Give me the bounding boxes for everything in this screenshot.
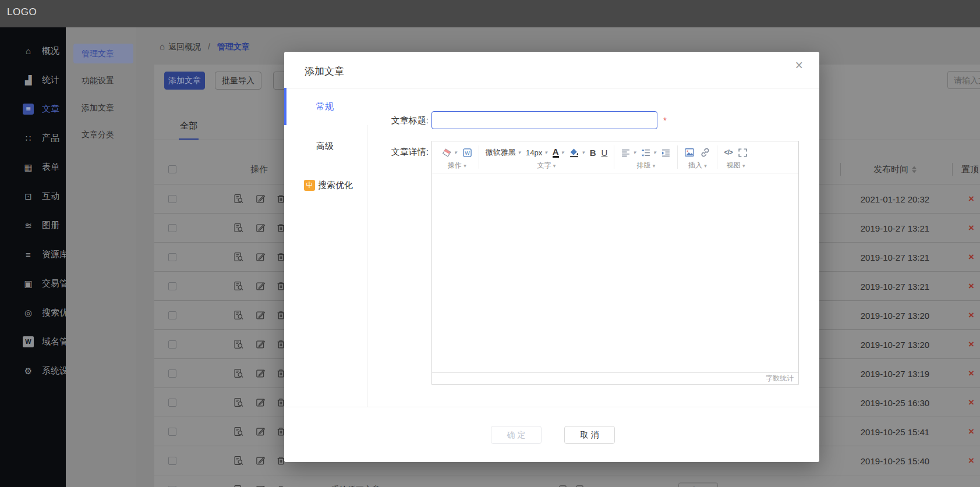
confirm-button[interactable]: 确 定	[491, 426, 542, 444]
not-pinned-icon[interactable]: ×	[968, 193, 980, 205]
format-eraser-icon[interactable]	[442, 148, 452, 158]
sidebar-item-统计[interactable]: ▟统计	[0, 65, 66, 94]
row-checkbox[interactable]	[168, 428, 176, 436]
modal-tab-advanced[interactable]: 高级	[286, 130, 367, 162]
sidebar-item-资源库[interactable]: ≡资源库	[0, 240, 66, 269]
modal-tab-seo[interactable]: 中搜索优化	[286, 166, 367, 204]
font-family-select[interactable]: 微软雅黑	[486, 147, 516, 158]
caret-down-icon[interactable]: ▾	[518, 150, 521, 155]
view-article-icon[interactable]	[233, 281, 244, 292]
not-pinned-icon[interactable]: ×	[968, 222, 980, 234]
add-article-button[interactable]: 添加文章	[164, 72, 205, 90]
toolbar-label-text[interactable]: 文字 ▾	[486, 161, 608, 170]
sort-carets-icon[interactable]	[912, 166, 917, 173]
sidebar-item-搜索优化[interactable]: ◎搜索优化	[0, 298, 66, 327]
row-checkbox[interactable]	[168, 195, 176, 203]
toolbar-label-operation[interactable]: 操作 ▾	[442, 161, 472, 170]
not-pinned-icon[interactable]: ×	[968, 368, 980, 379]
sidebar-item-文章[interactable]: ≣文章	[0, 94, 66, 123]
word-count-label[interactable]: 字数统计	[766, 374, 794, 382]
tag-icon[interactable]	[558, 485, 569, 487]
close-icon[interactable]: ×	[795, 59, 803, 72]
font-color-button[interactable]: A	[553, 147, 559, 158]
column-header-publish-time[interactable]: 发布时间	[848, 164, 942, 175]
row-checkbox[interactable]	[168, 282, 176, 290]
submenu-item-添加文章[interactable]: 添加文章	[73, 98, 133, 118]
toolbar-label-view[interactable]: 视图 ▾	[724, 161, 747, 170]
row-checkbox[interactable]	[168, 340, 176, 349]
cancel-button[interactable]: 取 消	[564, 426, 615, 444]
sidebar-item-概况[interactable]: ⌂概况	[0, 36, 66, 65]
row-checkbox[interactable]	[168, 399, 176, 407]
row-checkbox[interactable]	[168, 457, 176, 465]
sidebar-item-互动[interactable]: ⊡互动	[0, 182, 66, 211]
article-title-input[interactable]	[431, 111, 657, 129]
view-article-icon[interactable]	[233, 426, 244, 437]
caret-down-icon[interactable]: ▾	[653, 150, 656, 155]
sidebar-item-表单[interactable]: ▦表单	[0, 152, 66, 182]
article-title[interactable]: 手绘插画文章	[331, 485, 380, 487]
edit-article-icon[interactable]	[256, 223, 266, 233]
caret-down-icon[interactable]: ▾	[582, 150, 585, 155]
not-pinned-icon[interactable]: ×	[968, 310, 980, 321]
edit-article-icon[interactable]	[256, 397, 266, 408]
insert-link-icon[interactable]	[700, 147, 710, 158]
caret-down-icon[interactable]: ▾	[561, 150, 564, 155]
not-pinned-icon[interactable]: ×	[968, 455, 980, 467]
view-article-icon[interactable]	[233, 252, 244, 262]
sidebar-item-交易管理[interactable]: ▣交易管理	[0, 269, 66, 298]
breadcrumb-back-link[interactable]: 返回概况	[168, 42, 201, 51]
edit-article-icon[interactable]	[256, 368, 266, 379]
insert-image-icon[interactable]	[684, 147, 695, 158]
view-article-icon[interactable]	[233, 485, 244, 487]
edit-article-icon[interactable]	[256, 485, 266, 487]
submenu-item-管理文章[interactable]: 管理文章	[73, 44, 133, 63]
edit-article-icon[interactable]	[256, 252, 266, 262]
indent-button[interactable]	[661, 148, 671, 158]
row-checkbox[interactable]	[168, 311, 176, 319]
view-article-icon[interactable]	[233, 368, 244, 379]
tag-icon[interactable]	[575, 485, 586, 487]
not-pinned-icon[interactable]: ×	[968, 251, 980, 263]
tab-all[interactable]: 全部	[179, 120, 199, 140]
sidebar-item-产品[interactable]: ∷产品	[0, 123, 66, 152]
view-article-icon[interactable]	[233, 223, 244, 233]
not-pinned-icon[interactable]: ×	[968, 397, 980, 408]
sidebar-item-系统设置[interactable]: ⚙系统设置	[0, 356, 66, 385]
word-paste-icon[interactable]: W	[462, 148, 472, 158]
not-pinned-icon[interactable]: ×	[968, 339, 980, 350]
view-article-icon[interactable]	[233, 456, 244, 466]
modal-tab-general[interactable]: 常规	[286, 88, 367, 125]
caret-down-icon[interactable]: ▾	[633, 150, 636, 155]
toolbar-label-layout[interactable]: 排版 ▾	[621, 161, 671, 170]
edit-article-icon[interactable]	[256, 426, 266, 437]
view-article-icon[interactable]	[233, 194, 244, 204]
edit-article-icon[interactable]	[256, 456, 266, 466]
row-checkbox[interactable]	[168, 253, 176, 261]
not-pinned-icon[interactable]: ×	[968, 280, 980, 292]
source-code-button[interactable]: </>	[724, 148, 732, 157]
fullscreen-icon[interactable]	[738, 148, 748, 158]
bold-button[interactable]: B	[590, 148, 596, 158]
view-article-icon[interactable]	[233, 310, 244, 321]
underline-button[interactable]: U	[602, 148, 608, 158]
search-input[interactable]	[947, 71, 980, 89]
row-checkbox[interactable]	[168, 369, 176, 378]
row-checkbox[interactable]	[168, 224, 176, 232]
edit-article-icon[interactable]	[256, 310, 266, 321]
edit-article-icon[interactable]	[256, 194, 266, 204]
home-icon[interactable]: ⌂	[160, 41, 165, 51]
toolbar-label-insert[interactable]: 插入 ▾	[684, 161, 710, 170]
batch-import-button[interactable]: 批量导入	[215, 72, 261, 90]
edit-article-icon[interactable]	[256, 281, 266, 292]
view-article-icon[interactable]	[233, 339, 244, 350]
line-height-button[interactable]	[641, 148, 651, 158]
caret-down-icon[interactable]: ▾	[544, 150, 547, 155]
font-size-select[interactable]: 14px	[526, 148, 542, 157]
delete-article-icon[interactable]	[276, 485, 286, 487]
sidebar-item-域名管理[interactable]: W域名管理	[0, 327, 66, 356]
bg-color-bucket-icon[interactable]	[569, 148, 579, 158]
not-pinned-icon[interactable]: ×	[968, 426, 980, 438]
editor-content[interactable]	[432, 174, 798, 372]
submenu-item-功能设置[interactable]: 功能设置	[73, 70, 133, 90]
